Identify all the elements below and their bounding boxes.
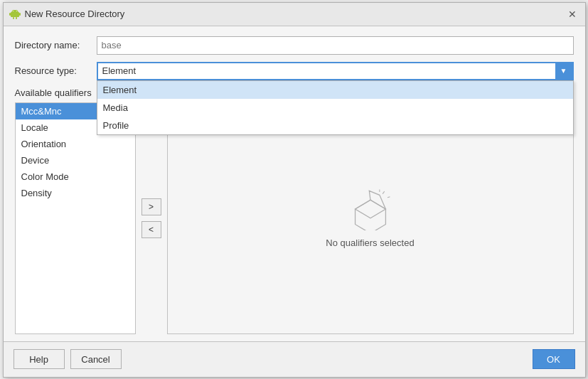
select-arrow-icon: ▼ — [555, 63, 572, 79]
qualifier-orientation[interactable]: Orientation — [16, 136, 135, 152]
svg-marker-8 — [355, 200, 385, 218]
resource-type-value: Element — [102, 65, 137, 76]
svg-rect-4 — [16, 17, 17, 19]
svg-marker-7 — [355, 200, 385, 230]
no-qualifiers-text: No qualifiers selected — [326, 237, 414, 248]
remove-qualifier-button[interactable]: < — [141, 221, 161, 238]
svg-line-11 — [387, 197, 390, 198]
close-button[interactable]: ✕ — [565, 7, 579, 21]
dropdown-item-element[interactable]: Element — [97, 81, 573, 99]
help-button[interactable]: Help — [14, 349, 65, 369]
resource-type-select-wrapper[interactable]: Element ▼ Element Media Profile — [97, 62, 574, 80]
resource-type-dropdown: Element Media Profile — [97, 80, 574, 135]
dialog-content: Directory name: Resource type: Element ▼… — [4, 26, 585, 341]
footer-left-buttons: Help Cancel — [14, 349, 122, 369]
resource-type-row: Resource type: Element ▼ Element Media P… — [15, 62, 574, 80]
title-bar: New Resource Directory ✕ — [4, 3, 585, 26]
svg-rect-1 — [9, 13, 11, 16]
qualifier-arrow-buttons: > < — [136, 102, 167, 334]
resource-type-label: Resource type: — [15, 65, 90, 76]
svg-line-9 — [383, 191, 385, 193]
selected-qualifiers-panel: No qualifiers selected — [167, 102, 574, 334]
dropdown-item-profile[interactable]: Profile — [97, 117, 573, 134]
dialog-title: New Resource Directory — [25, 9, 125, 19]
dropdown-item-media[interactable]: Media — [97, 99, 573, 117]
available-qualifiers-list[interactable]: Mcc&Mnc Locale Orientation Device Color … — [15, 102, 136, 334]
svg-rect-0 — [11, 12, 19, 17]
directory-name-label: Directory name: — [15, 40, 90, 50]
dialog-footer: Help Cancel OK — [4, 341, 585, 377]
svg-rect-3 — [13, 17, 14, 19]
qualifier-density[interactable]: Density — [16, 185, 135, 201]
qualifiers-row: Mcc&Mnc Locale Orientation Device Color … — [15, 102, 574, 334]
title-bar-left: New Resource Directory — [9, 9, 125, 20]
empty-box-icon — [346, 188, 395, 230]
ok-button[interactable]: OK — [533, 349, 575, 369]
cancel-button[interactable]: Cancel — [70, 349, 122, 369]
resource-type-select[interactable]: Element ▼ — [97, 62, 574, 80]
directory-name-row: Directory name: — [15, 36, 574, 55]
add-qualifier-button[interactable]: > — [141, 198, 161, 215]
svg-point-6 — [16, 10, 16, 11]
qualifier-colormode[interactable]: Color Mode — [16, 169, 135, 185]
new-resource-directory-dialog: New Resource Directory ✕ Directory name:… — [3, 2, 586, 378]
qualifier-device[interactable]: Device — [16, 152, 135, 169]
directory-name-input[interactable] — [97, 36, 574, 55]
android-icon — [9, 9, 21, 20]
svg-rect-2 — [19, 13, 21, 16]
svg-point-5 — [12, 10, 13, 11]
